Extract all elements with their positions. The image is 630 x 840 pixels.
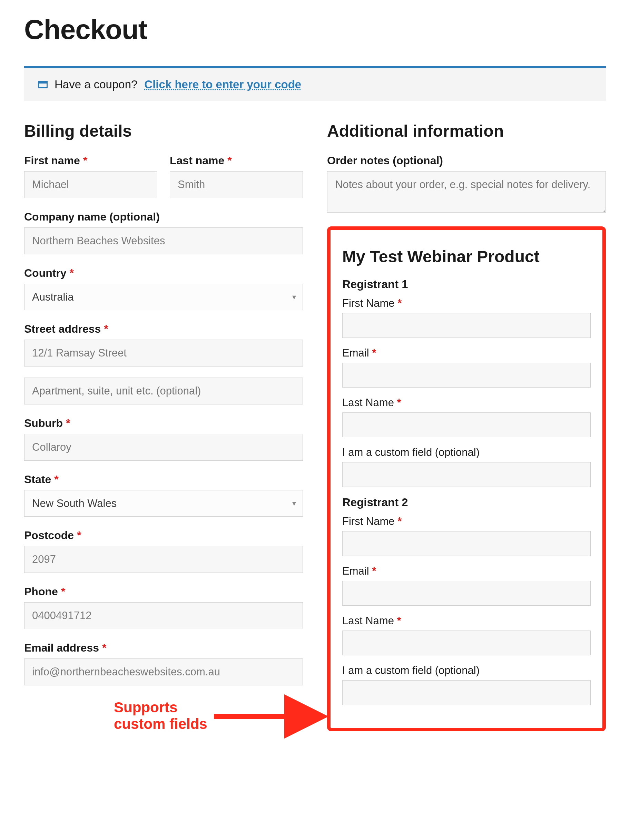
order-notes-group: Order notes (optional) (327, 154, 606, 214)
reg1-last-name-label-text: Last Name (342, 396, 394, 409)
address-line1-field[interactable] (24, 339, 303, 366)
phone-label-text: Phone (24, 585, 58, 598)
page-title: Checkout (24, 14, 606, 46)
reg2-email-label: Email * (342, 565, 591, 577)
required-star: * (61, 585, 65, 598)
state-group: State * New South Wales (24, 473, 303, 516)
required-star: * (372, 565, 376, 577)
registrant-heading: Registrant 2 (342, 496, 591, 509)
suburb-label-text: Suburb (24, 417, 63, 429)
required-star: * (227, 154, 232, 167)
last-name-group: Last name * (170, 154, 303, 198)
state-label: State * (24, 473, 303, 486)
company-label: Company name (optional) (24, 210, 303, 223)
reg1-custom-field[interactable] (342, 462, 591, 487)
billing-heading: Billing details (24, 122, 303, 141)
country-group: Country * Australia (24, 267, 303, 310)
email-group: Email address * (24, 641, 303, 685)
country-label: Country * (24, 267, 303, 279)
additional-heading: Additional information (327, 122, 606, 141)
address-group: Street address * (24, 323, 303, 404)
suburb-field[interactable] (24, 434, 303, 461)
phone-group: Phone * (24, 585, 303, 629)
billing-column: Billing details First name * Last name *… (24, 122, 303, 731)
coupon-banner: Have a coupon? Click here to enter your … (24, 68, 606, 101)
address-line2-field[interactable] (24, 377, 303, 404)
first-name-field[interactable] (24, 171, 157, 198)
arrow-icon (214, 703, 328, 730)
annotation-text: Supports custom fields (114, 699, 207, 733)
country-select[interactable]: Australia (24, 284, 303, 310)
postcode-group: Postcode * (24, 529, 303, 573)
phone-field[interactable] (24, 602, 303, 629)
required-star: * (372, 347, 376, 359)
state-select[interactable]: New South Wales (24, 490, 303, 516)
order-notes-field[interactable] (327, 171, 606, 213)
reg2-last-name-field[interactable] (342, 630, 591, 655)
first-name-label-text: First name (24, 154, 80, 167)
country-label-text: Country (24, 267, 66, 279)
reg1-email-group: Email * (342, 347, 591, 388)
reg1-email-label-text: Email (342, 347, 369, 359)
registrant-heading: Registrant 1 (342, 278, 591, 291)
reg1-last-name-field[interactable] (342, 412, 591, 437)
required-star: * (102, 641, 106, 654)
reg1-first-name-label: First Name * (342, 297, 591, 309)
required-star: * (66, 417, 70, 429)
required-star: * (398, 515, 402, 527)
first-name-group: First name * (24, 154, 157, 198)
reg1-first-name-label-text: First Name (342, 297, 395, 309)
reg2-email-group: Email * (342, 565, 591, 606)
reg2-custom-field[interactable] (342, 680, 591, 705)
reg1-email-label: Email * (342, 347, 591, 359)
suburb-group: Suburb * (24, 417, 303, 461)
annotation-line2: custom fields (114, 716, 207, 732)
required-star: * (104, 323, 108, 335)
last-name-label: Last name * (170, 154, 303, 167)
order-notes-label: Order notes (optional) (327, 154, 606, 167)
postcode-field[interactable] (24, 546, 303, 573)
last-name-field[interactable] (170, 171, 303, 198)
reg2-first-name-label: First Name * (342, 515, 591, 528)
additional-column: Additional information Order notes (opti… (327, 122, 606, 731)
required-star: * (77, 529, 81, 542)
email-label: Email address * (24, 641, 303, 654)
reg2-last-name-label-text: Last Name (342, 615, 394, 627)
first-name-label: First name * (24, 154, 157, 167)
state-label-text: State (24, 473, 51, 486)
reg2-email-field[interactable] (342, 581, 591, 606)
product-title: My Test Webinar Product (342, 247, 591, 266)
coupon-prompt: Have a coupon? (55, 78, 137, 91)
company-field[interactable] (24, 227, 303, 254)
postcode-label-text: Postcode (24, 529, 74, 542)
coupon-link[interactable]: Click here to enter your code (144, 78, 301, 91)
postcode-label: Postcode * (24, 529, 303, 542)
reg2-custom-label: I am a custom field (optional) (342, 664, 591, 677)
required-star: * (398, 297, 402, 309)
reg2-first-name-label-text: First Name (342, 515, 395, 527)
email-field[interactable] (24, 658, 303, 685)
registrants-highlight-box: My Test Webinar Product Registrant 1 Fir… (327, 226, 606, 731)
suburb-label: Suburb * (24, 417, 303, 429)
reg1-first-name-group: First Name * (342, 297, 591, 338)
annotation-line1: Supports (114, 699, 177, 715)
email-label-text: Email address (24, 641, 99, 654)
address-label: Street address * (24, 323, 303, 335)
required-star: * (70, 267, 74, 279)
required-star: * (397, 396, 401, 409)
company-group: Company name (optional) (24, 210, 303, 254)
required-star: * (83, 154, 87, 167)
reg1-last-name-group: Last Name * (342, 396, 591, 437)
reg1-last-name-label: Last Name * (342, 396, 591, 409)
last-name-label-text: Last name (170, 154, 224, 167)
address-label-text: Street address (24, 323, 101, 335)
reg1-email-field[interactable] (342, 363, 591, 388)
reg1-first-name-field[interactable] (342, 313, 591, 338)
reg2-email-label-text: Email (342, 565, 369, 577)
reg2-first-name-field[interactable] (342, 531, 591, 556)
reg2-first-name-group: First Name * (342, 515, 591, 556)
required-star: * (54, 473, 58, 486)
reg2-custom-group: I am a custom field (optional) (342, 664, 591, 705)
coupon-icon (38, 81, 47, 88)
reg1-custom-label: I am a custom field (optional) (342, 446, 591, 459)
